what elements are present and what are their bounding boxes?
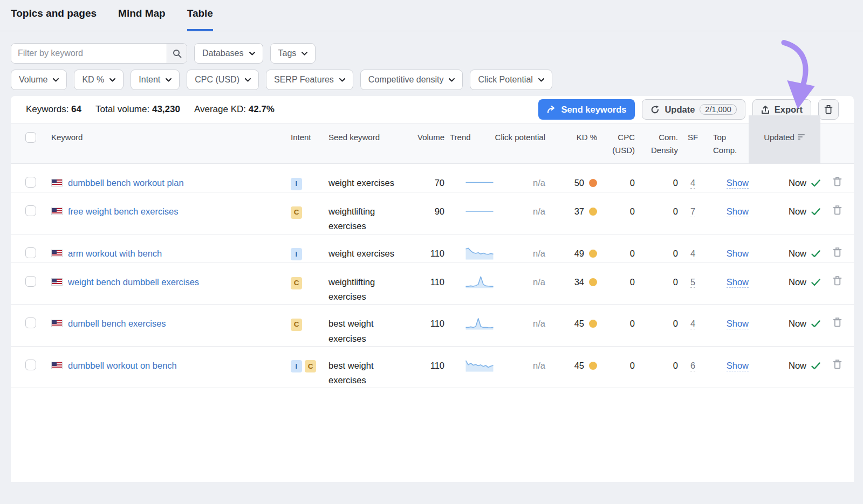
kd-dot xyxy=(589,278,597,286)
intent-badge: C xyxy=(291,277,302,289)
show-link[interactable]: Show xyxy=(727,248,749,259)
tab-topics-and-pages[interactable]: Topics and pages xyxy=(11,8,97,31)
updated-value: Now xyxy=(789,277,806,287)
click-potential-dropdown-label: Click Potential xyxy=(478,75,532,85)
export-label: Export xyxy=(775,105,803,115)
click-potential-value: n/a xyxy=(494,347,545,388)
sf-value[interactable]: 4 xyxy=(690,248,695,259)
chevron-down-icon xyxy=(249,52,255,56)
keyword-filter-input[interactable] xyxy=(11,44,167,63)
tags-dropdown-label: Tags xyxy=(278,49,297,58)
update-button[interactable]: Update 2/1,000 xyxy=(642,99,745,120)
com-density-value: 0 xyxy=(635,192,678,233)
keyword-link[interactable]: dumbell bench exercises xyxy=(68,316,166,331)
show-link[interactable]: Show xyxy=(727,178,749,189)
keyword-link[interactable]: free weight bench exercises xyxy=(68,204,179,219)
sf-value[interactable]: 7 xyxy=(690,206,695,217)
show-link[interactable]: Show xyxy=(727,319,749,329)
com-density-value: 0 xyxy=(635,347,678,388)
keyword-link[interactable]: dumbbell workout on bench xyxy=(68,358,177,373)
send-keywords-button[interactable]: Send keywords xyxy=(538,99,635,120)
keyword-link[interactable]: dumbbell bench workout plan xyxy=(68,176,184,190)
serp-features-dropdown[interactable]: SERP Features xyxy=(266,70,353,90)
volume-value: 70 xyxy=(401,164,444,192)
keyword-link[interactable]: weight bench dumbbell exercises xyxy=(68,275,199,289)
tags-dropdown[interactable]: Tags xyxy=(270,43,316,64)
updated-value: Now xyxy=(789,319,806,328)
show-link[interactable]: Show xyxy=(727,361,749,371)
kd-value: 34 xyxy=(574,277,584,287)
check-icon xyxy=(811,179,820,187)
intent-dropdown[interactable]: Intent xyxy=(131,70,180,90)
intent-badge: I xyxy=(291,360,302,372)
trash-icon[interactable] xyxy=(833,317,842,327)
trash-icon[interactable] xyxy=(833,359,842,369)
kd-value: 49 xyxy=(574,248,584,258)
databases-dropdown[interactable]: Databases xyxy=(194,43,263,64)
intent-badges: I xyxy=(291,248,302,260)
sf-value[interactable]: 6 xyxy=(690,361,695,371)
select-all-checkbox[interactable] xyxy=(25,132,36,143)
table-row: weight bench dumbbell exercises C weight… xyxy=(11,263,854,305)
trend-sparkline xyxy=(465,176,494,192)
row-checkbox[interactable] xyxy=(25,276,36,287)
intent-badges: IC xyxy=(291,360,316,372)
kd-value: 45 xyxy=(574,361,584,370)
kd-dropdown[interactable]: KD % xyxy=(74,70,124,90)
trend-sparkline xyxy=(465,358,494,388)
filters-section: Databases Tags Volume KD % Intent CPC (U… xyxy=(0,31,863,90)
volume-value: 110 xyxy=(401,347,444,388)
intent-badges: C xyxy=(291,206,302,219)
sf-value[interactable]: 5 xyxy=(690,277,695,288)
kd-value: 37 xyxy=(574,206,584,216)
trash-icon[interactable] xyxy=(833,247,842,257)
seed-keyword: weight exercises xyxy=(328,164,401,192)
competitive-density-dropdown[interactable]: Competitive density xyxy=(360,70,463,90)
row-checkbox[interactable] xyxy=(25,247,36,258)
trash-icon[interactable] xyxy=(833,176,842,187)
row-checkbox[interactable] xyxy=(25,317,36,328)
sf-value[interactable]: 4 xyxy=(690,319,695,329)
table-row: dumbell bench exercises C best weight ex… xyxy=(11,305,854,346)
tab-table[interactable]: Table xyxy=(187,8,213,31)
header-kd: KD % xyxy=(545,123,597,163)
row-checkbox[interactable] xyxy=(25,205,36,216)
updated-value: Now xyxy=(789,178,806,188)
cpc-value: 0 xyxy=(597,164,635,192)
trend-sparkline xyxy=(465,316,494,346)
us-flag-icon xyxy=(51,179,63,187)
tab-bar: Topics and pages Mind Map Table xyxy=(0,0,863,31)
show-link[interactable]: Show xyxy=(727,206,749,217)
row-checkbox[interactable] xyxy=(25,360,36,370)
intent-badge: C xyxy=(291,319,302,331)
us-flag-icon xyxy=(51,362,63,369)
cpc-value: 0 xyxy=(597,192,635,233)
header-updated[interactable]: Updated xyxy=(749,115,820,163)
cpc-dropdown[interactable]: CPC (USD) xyxy=(187,70,259,90)
table-header: Keyword Intent Seed keyword Volume Trend… xyxy=(11,123,854,164)
seed-keyword: best weight exercises xyxy=(328,305,401,346)
trash-icon[interactable] xyxy=(833,275,842,286)
keyword-link[interactable]: arm workout with bench xyxy=(68,246,162,261)
header-volume: Volume xyxy=(401,123,444,163)
volume-dropdown[interactable]: Volume xyxy=(11,70,67,90)
header-sf: SF xyxy=(678,123,708,163)
kd-dot xyxy=(589,250,597,258)
average-kd: Average KD: 42.7% xyxy=(194,104,275,115)
cpc-dropdown-label: CPC (USD) xyxy=(195,75,239,85)
trash-icon[interactable] xyxy=(833,205,842,215)
intent-badge: C xyxy=(305,360,316,372)
click-potential-dropdown[interactable]: Click Potential xyxy=(470,70,552,90)
show-link[interactable]: Show xyxy=(727,277,749,288)
row-checkbox[interactable] xyxy=(25,177,36,188)
table-row: dumbbell bench workout plan I weight exe… xyxy=(11,164,854,192)
search-button[interactable] xyxy=(167,44,187,63)
tab-mind-map[interactable]: Mind Map xyxy=(118,8,166,31)
sf-value[interactable]: 4 xyxy=(690,178,695,189)
kd-dot xyxy=(589,362,597,370)
us-flag-icon xyxy=(51,208,63,215)
delete-all-button[interactable] xyxy=(818,99,839,120)
header-seed-keyword: Seed keyword xyxy=(328,123,401,163)
chevron-down-icon xyxy=(339,78,345,82)
databases-dropdown-label: Databases xyxy=(202,49,244,58)
